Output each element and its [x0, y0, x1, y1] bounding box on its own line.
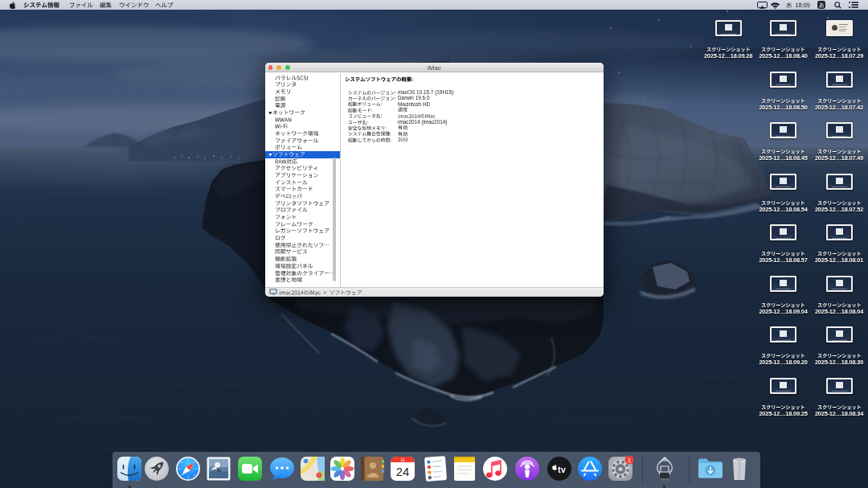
svg-text:tv: tv: [558, 465, 567, 474]
svg-text:1: 1: [627, 457, 631, 464]
svg-text:24: 24: [395, 465, 409, 478]
svg-text:12: 12: [400, 458, 405, 462]
